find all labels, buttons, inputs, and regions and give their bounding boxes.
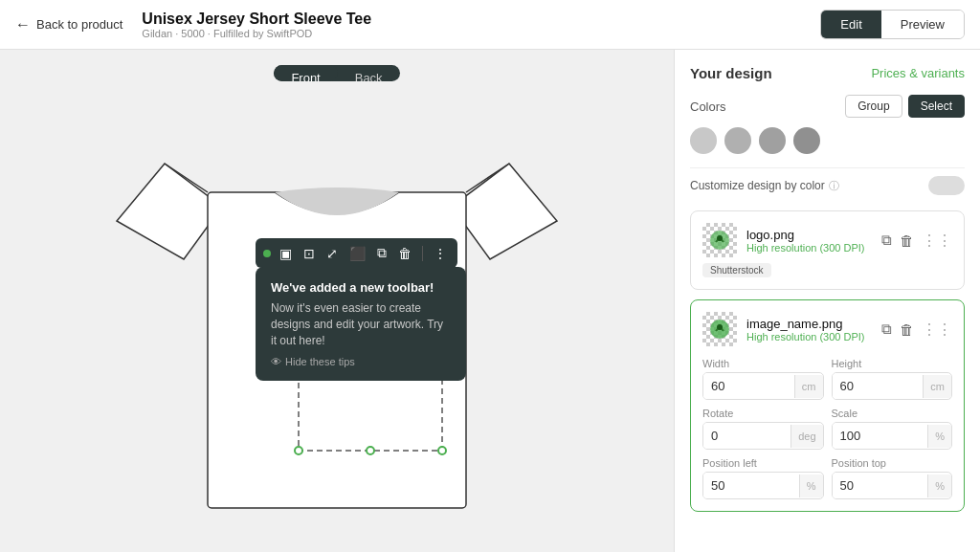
design-tag-1: Shutterstock xyxy=(702,263,771,277)
width-field-group: Width cm xyxy=(702,358,824,400)
rotate-label: Rotate xyxy=(702,408,824,419)
prices-variants-link[interactable]: Prices & variants xyxy=(871,66,965,80)
logo-thumb-svg xyxy=(708,229,731,252)
toolbar-copy-icon[interactable]: ⧉ xyxy=(374,243,390,263)
edit-button[interactable]: Edit xyxy=(821,11,880,38)
design-name-1: logo.png xyxy=(746,228,872,242)
rotate-field-group: Rotate deg xyxy=(702,408,824,450)
back-label: Back to product xyxy=(36,17,122,32)
product-info: Unisex Jersey Short Sleeve Tee Gildan · … xyxy=(142,11,801,39)
color-swatch-2[interactable] xyxy=(724,127,751,154)
back-to-product-button[interactable]: ← Back to product xyxy=(15,16,122,33)
panel-title: Your design xyxy=(690,65,772,81)
delete-icon-2[interactable]: 🗑 xyxy=(900,321,914,338)
height-input-wrap: cm xyxy=(832,372,953,400)
height-unit: cm xyxy=(923,375,951,398)
group-button[interactable]: Group xyxy=(845,95,902,118)
back-view-button[interactable]: Back xyxy=(338,65,400,81)
pos-left-unit: % xyxy=(799,475,823,497)
tooltip-text: Now it's even easier to create designs a… xyxy=(271,300,451,348)
select-button[interactable]: Select xyxy=(908,95,965,118)
width-label: Width xyxy=(702,358,824,369)
design-res-2: High resolution (300 DPI) xyxy=(746,331,872,342)
design-actions-1: ⧉ 🗑 ⋮⋮ xyxy=(881,232,952,250)
scale-input[interactable] xyxy=(833,423,928,449)
pos-left-label: Position left xyxy=(702,457,824,469)
product-title: Unisex Jersey Short Sleeve Tee xyxy=(142,11,801,28)
top-nav: ← Back to product Unisex Jersey Short Sl… xyxy=(0,0,980,50)
rotate-input[interactable] xyxy=(703,423,791,449)
svg-point-11 xyxy=(717,324,723,330)
pos-left-field-group: Position left % xyxy=(702,457,824,499)
scale-field-group: Scale % xyxy=(832,408,953,450)
pos-top-input-wrap: % xyxy=(832,472,953,499)
view-toggle: Front Back xyxy=(274,65,399,81)
width-input[interactable] xyxy=(703,373,794,399)
info-icon: ⓘ xyxy=(829,179,839,193)
height-input[interactable] xyxy=(833,373,924,399)
design-thumb-1 xyxy=(702,223,737,257)
design-thumb-2 xyxy=(702,312,737,346)
colors-section-header: Colors Group Select xyxy=(690,95,965,118)
customize-label: Customize design by color ⓘ xyxy=(690,179,839,193)
image-thumb-svg xyxy=(708,318,731,341)
color-swatches xyxy=(690,127,965,154)
hide-tips-label: Hide these tips xyxy=(285,356,355,367)
front-view-button[interactable]: Front xyxy=(274,65,337,81)
rotate-unit: deg xyxy=(791,425,822,448)
design-toolbar: ▣ ⊡ ⤢ ⬛ ⧉ 🗑 ⋮ xyxy=(256,238,457,268)
design-item-2: image_name.png High resolution (300 DPI)… xyxy=(690,299,965,512)
hide-tips-button[interactable]: 👁 Hide these tips xyxy=(271,356,451,367)
toolbar-delete-icon[interactable]: 🗑 xyxy=(395,244,414,263)
toolbar-more-icon[interactable]: ⋮ xyxy=(431,244,450,263)
svg-point-9 xyxy=(717,235,723,241)
width-unit: cm xyxy=(794,375,823,398)
width-input-wrap: cm xyxy=(702,372,824,400)
back-arrow-icon: ← xyxy=(15,16,31,33)
design-fields: Width cm Height cm Rotate xyxy=(702,358,952,499)
edit-preview-toggle: Edit Preview xyxy=(820,10,965,39)
rotate-input-wrap: deg xyxy=(702,422,824,450)
toolbar-resize-icon[interactable]: ⤢ xyxy=(323,244,341,263)
drag-icon-2[interactable]: ⋮⋮ xyxy=(922,320,952,339)
copy-icon-2[interactable]: ⧉ xyxy=(881,320,892,338)
height-field-group: Height cm xyxy=(832,358,953,400)
design-item-1-header: logo.png High resolution (300 DPI) ⧉ 🗑 ⋮… xyxy=(702,223,952,257)
eye-icon: 👁 xyxy=(271,356,281,367)
toolbar-active-dot xyxy=(263,250,271,257)
design-name-2: image_name.png xyxy=(746,317,872,331)
color-swatch-1[interactable] xyxy=(690,127,717,154)
tshirt-canvas[interactable]: ▣ ⊡ ⤢ ⬛ ⧉ 🗑 ⋮ We've added a new toolbar!… xyxy=(107,97,567,537)
preview-button[interactable]: Preview xyxy=(881,11,964,38)
main-content: Front Back xyxy=(0,50,980,552)
design-item-2-header: image_name.png High resolution (300 DPI)… xyxy=(702,312,952,346)
toolbar-align-icon[interactable]: ⊡ xyxy=(301,244,318,263)
color-swatch-3[interactable] xyxy=(759,127,786,154)
customize-toggle[interactable] xyxy=(928,176,965,195)
right-panel: Your design Prices & variants Colors Gro… xyxy=(674,50,980,552)
color-swatch-4[interactable] xyxy=(793,127,820,154)
copy-icon-1[interactable]: ⧉ xyxy=(881,232,892,249)
panel-header: Your design Prices & variants xyxy=(690,65,965,81)
design-info-2: image_name.png High resolution (300 DPI) xyxy=(746,317,872,342)
pos-left-input[interactable] xyxy=(703,473,799,498)
pos-top-unit: % xyxy=(927,475,951,497)
scale-input-wrap: % xyxy=(832,422,953,450)
drag-icon-1[interactable]: ⋮⋮ xyxy=(922,232,952,250)
toolbar-tooltip: We've added a new toolbar! Now it's even… xyxy=(256,267,466,381)
delete-icon-1[interactable]: 🗑 xyxy=(900,232,914,249)
customize-row: Customize design by color ⓘ xyxy=(690,167,965,203)
toolbar-crop-icon[interactable]: ⬛ xyxy=(346,244,368,263)
scale-label: Scale xyxy=(832,408,953,419)
toolbar-select-icon[interactable]: ▣ xyxy=(277,244,295,263)
svg-point-4 xyxy=(295,447,302,454)
svg-point-6 xyxy=(438,447,446,454)
design-info-1: logo.png High resolution (300 DPI) xyxy=(746,228,872,254)
customize-label-text: Customize design by color xyxy=(690,179,825,192)
scale-unit: % xyxy=(927,425,951,448)
tooltip-title: We've added a new toolbar! xyxy=(271,280,451,295)
design-item-1: logo.png High resolution (300 DPI) ⧉ 🗑 ⋮… xyxy=(690,210,965,290)
pos-top-field-group: Position top % xyxy=(832,457,953,499)
pos-top-input[interactable] xyxy=(833,473,928,498)
pos-top-label: Position top xyxy=(832,457,953,469)
